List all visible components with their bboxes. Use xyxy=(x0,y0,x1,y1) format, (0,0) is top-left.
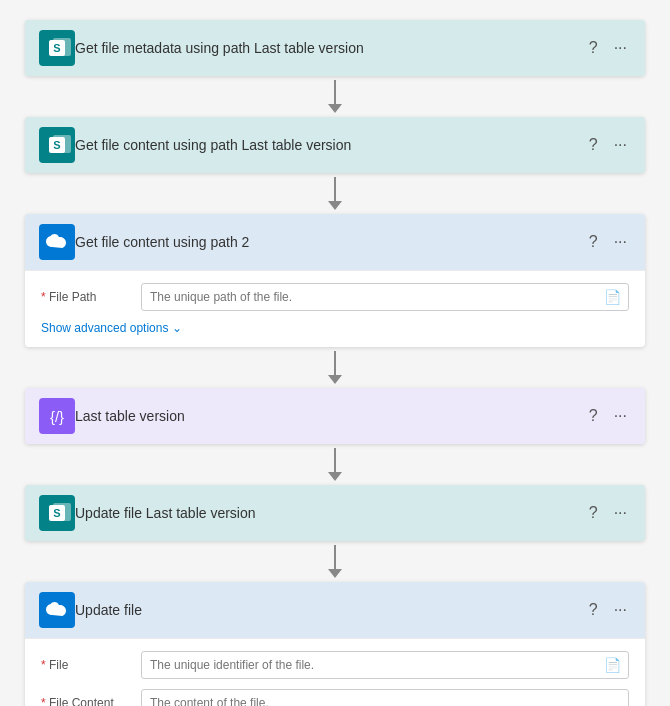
step-title-5: Update file Last table version xyxy=(75,505,585,521)
step-header-5: S Update file Last table version ? ··· xyxy=(25,485,645,541)
step-title-2: Get file content using path Last table v… xyxy=(75,137,585,153)
sharepoint-icon-2: S xyxy=(39,127,75,163)
step-card-2: S Get file content using path Last table… xyxy=(25,117,645,173)
step-title-1: Get file metadata using path Last table … xyxy=(75,40,585,56)
connector-line-4 xyxy=(334,448,336,472)
file-browse-icon-6a[interactable]: 📄 xyxy=(604,657,621,673)
show-advanced-label: Show advanced options xyxy=(41,321,168,335)
help-button-1[interactable]: ? xyxy=(585,37,602,59)
step-actions-4: ? ··· xyxy=(585,405,631,427)
connector-3 xyxy=(328,351,342,384)
connector-arrow-2 xyxy=(328,201,342,210)
step-card-1: S Get file metadata using path Last tabl… xyxy=(25,20,645,76)
field-input-wrapper-filepath: 📄 xyxy=(141,283,629,311)
connector-line-2 xyxy=(334,177,336,201)
step-header-2: S Get file content using path Last table… xyxy=(25,117,645,173)
more-button-3[interactable]: ··· xyxy=(610,231,631,253)
connector-arrow-1 xyxy=(328,104,342,113)
connector-line-5 xyxy=(334,545,336,569)
step-card-4: {/} Last table version ? ··· xyxy=(25,388,645,444)
field-input-wrapper-content xyxy=(141,689,629,706)
step-actions-1: ? ··· xyxy=(585,37,631,59)
connector-arrow-3 xyxy=(328,375,342,384)
file-path-input[interactable] xyxy=(141,283,629,311)
file-content-input[interactable] xyxy=(141,689,629,706)
cloud-svg-6 xyxy=(46,602,68,618)
connector-arrow-5 xyxy=(328,569,342,578)
sharepoint-icon-5: S xyxy=(39,495,75,531)
step-actions-5: ? ··· xyxy=(585,502,631,524)
flow-container: S Get file metadata using path Last tabl… xyxy=(25,20,645,706)
chevron-down-icon: ⌄ xyxy=(172,321,182,335)
connector-5 xyxy=(328,545,342,578)
cloud-svg-3 xyxy=(46,234,68,250)
field-row-file: File 📄 xyxy=(41,651,629,679)
help-button-2[interactable]: ? xyxy=(585,134,602,156)
connector-2 xyxy=(328,177,342,210)
step-header-1: S Get file metadata using path Last tabl… xyxy=(25,20,645,76)
help-button-6[interactable]: ? xyxy=(585,599,602,621)
file-browse-icon[interactable]: 📄 xyxy=(604,289,621,305)
more-button-1[interactable]: ··· xyxy=(610,37,631,59)
connector-arrow-4 xyxy=(328,472,342,481)
step-card-5: S Update file Last table version ? ··· xyxy=(25,485,645,541)
compose-icon-glyph: {/} xyxy=(50,408,64,425)
step-title-4: Last table version xyxy=(75,408,585,424)
step-header-4: {/} Last table version ? ··· xyxy=(25,388,645,444)
field-label-filepath: File Path xyxy=(41,290,141,304)
connector-line-1 xyxy=(334,80,336,104)
onedrive-icon-6 xyxy=(39,592,75,628)
more-button-2[interactable]: ··· xyxy=(610,134,631,156)
compose-icon-4: {/} xyxy=(39,398,75,434)
step-actions-2: ? ··· xyxy=(585,134,631,156)
step-card-3: Get file content using path 2 ? ··· File… xyxy=(25,214,645,347)
more-button-6[interactable]: ··· xyxy=(610,599,631,621)
step-body-6: File 📄 File Content xyxy=(25,638,645,706)
more-button-4[interactable]: ··· xyxy=(610,405,631,427)
more-button-5[interactable]: ··· xyxy=(610,502,631,524)
step-card-6: Update file ? ··· File 📄 File Content xyxy=(25,582,645,706)
field-row-content: File Content xyxy=(41,689,629,706)
step-body-3: File Path 📄 Show advanced options ⌄ xyxy=(25,270,645,347)
field-label-file: File xyxy=(41,658,141,672)
step-title-6: Update file xyxy=(75,602,585,618)
help-button-4[interactable]: ? xyxy=(585,405,602,427)
help-button-5[interactable]: ? xyxy=(585,502,602,524)
sharepoint-icon-1: S xyxy=(39,30,75,66)
connector-line-3 xyxy=(334,351,336,375)
step-actions-6: ? ··· xyxy=(585,599,631,621)
step-header-3: Get file content using path 2 ? ··· xyxy=(25,214,645,270)
field-row-filepath: File Path 📄 xyxy=(41,283,629,311)
step-actions-3: ? ··· xyxy=(585,231,631,253)
step-title-3: Get file content using path 2 xyxy=(75,234,585,250)
connector-1 xyxy=(328,80,342,113)
field-input-wrapper-file: 📄 xyxy=(141,651,629,679)
file-input[interactable] xyxy=(141,651,629,679)
step-header-6: Update file ? ··· xyxy=(25,582,645,638)
field-label-content: File Content xyxy=(41,696,141,706)
connector-4 xyxy=(328,448,342,481)
help-button-3[interactable]: ? xyxy=(585,231,602,253)
show-advanced-button[interactable]: Show advanced options ⌄ xyxy=(41,321,182,335)
onedrive-icon-3 xyxy=(39,224,75,260)
